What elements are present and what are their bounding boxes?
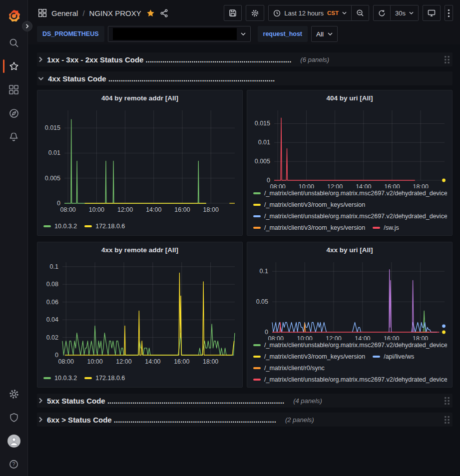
sidebar-item-help[interactable]: ? (0, 453, 28, 476)
toolbar-actions: Last 12 hours CST (224, 5, 453, 21)
dashboard-settings-button[interactable] (246, 5, 264, 21)
sidebar-item-search[interactable] (0, 31, 28, 54)
panel-header[interactable]: 4xx by remote addr [All] (42, 242, 237, 257)
legend-item[interactable]: /sw.js (373, 223, 399, 231)
chart-canvas[interactable]: 00.0050.010.01508:0010:0012:0014:0016:00… (42, 105, 238, 214)
chart-canvas[interactable]: 00.020.040.060.080.108:0010:0012:0014:00… (42, 257, 238, 366)
top-navigation: General / NGINX PROXY (28, 0, 460, 26)
request-host-select[interactable]: All (311, 26, 338, 42)
row-title: 5xx Status Code (47, 397, 107, 405)
legend-item[interactable]: 10.0.3.2 (43, 221, 77, 231)
legend-item[interactable]: /_matrix/client/v3/room_keys/version (253, 200, 365, 210)
legend-swatch (253, 379, 261, 381)
row-title: 1xx - 3xx - 2xx Status Code (47, 55, 146, 64)
breadcrumb: General / NGINX PROXY (38, 8, 168, 18)
row-title-dots: ........................................… (114, 416, 276, 424)
sidebar-item-profile[interactable] (0, 429, 28, 453)
sidebar-item-starred[interactable] (0, 54, 28, 78)
cycle-view-mode-button[interactable] (423, 5, 441, 21)
x-axis-tick-label: 12:00 (327, 183, 343, 188)
sidebar-item-dashboards[interactable] (0, 78, 28, 101)
legend-label: /_matrix/client/r0/sync (264, 365, 325, 372)
panel-header[interactable]: 404 by uri [All] (252, 90, 447, 105)
main-area: General / NGINX PROXY (28, 0, 460, 476)
save-dashboard-button[interactable] (224, 5, 242, 21)
y-axis-tick-label: 0.04 (46, 316, 58, 323)
chevron-right-icon (38, 417, 43, 423)
time-range-picker[interactable]: Last 12 hours CST (269, 5, 351, 20)
legend-label: /_matrix/client/v3/room_keys/version (264, 353, 365, 360)
drag-handle-icon[interactable] (444, 397, 451, 405)
panel-header[interactable]: 4xx by uri [All] (252, 242, 447, 257)
variable-label-ds-prometheus[interactable]: DS_PROMETHEUS (37, 26, 104, 42)
favorite-star-icon[interactable] (146, 8, 155, 18)
legend-swatch (253, 204, 261, 206)
star-icon (8, 61, 19, 72)
drag-handle-icon[interactable] (444, 416, 451, 424)
legend-swatch (84, 377, 92, 379)
sidebar-item-configuration[interactable] (0, 382, 28, 406)
panel-header[interactable]: 404 by remote addr [All] (42, 90, 237, 105)
gear-icon (251, 9, 259, 17)
row-1xx-3xx-2xx[interactable]: 1xx - 3xx - 2xx Status Code ............… (37, 52, 453, 66)
series-line (353, 323, 361, 333)
panel: 4xx by uri [All]00.050.108:0010:0012:001… (247, 242, 453, 388)
drag-handle-icon[interactable] (444, 55, 451, 64)
dashboard-canvas: 1xx - 3xx - 2xx Status Code ............… (28, 44, 460, 476)
more-options-button[interactable] (445, 5, 453, 21)
legend-item[interactable]: /_matrix/client/unstable/org.matrix.msc2… (253, 340, 447, 350)
y-axis-tick-label: 0.01 (258, 139, 270, 146)
legend-label: 10.0.3.2 (54, 223, 77, 230)
dashboards-grid-icon (8, 84, 19, 95)
x-axis-tick-label: 08:00 (270, 183, 286, 188)
legend-item[interactable]: /_matrix/client/unstable/org.matrix.msc2… (253, 188, 447, 198)
chart-canvas[interactable]: 00.0050.010.01508:0010:0012:0014:0016:00… (252, 105, 448, 188)
legend: 10.0.3.2172.18.0.6 (42, 221, 237, 231)
legend-item[interactable]: 10.0.3.2 (43, 373, 77, 383)
sidebar-item-server-admin[interactable] (0, 406, 28, 429)
y-axis-tick-label: 0.05 (256, 298, 268, 305)
breadcrumb-folder[interactable]: General (51, 9, 78, 17)
app-root: ? General / NGINX PROXY (0, 0, 460, 476)
kebab-menu-icon (448, 9, 450, 17)
search-icon (8, 37, 19, 48)
series-line (64, 119, 206, 203)
chart-canvas[interactable]: 00.050.108:0010:0012:0014:0016:0018:00 (252, 257, 448, 340)
sidebar-item-explore[interactable] (0, 101, 28, 125)
row-6xx[interactable]: 6xx > Status Code ......................… (37, 413, 453, 427)
y-axis-tick-label: 0.1 (260, 268, 268, 275)
legend-item[interactable]: /api/live/ws (373, 352, 414, 362)
legend-item[interactable]: /_matrix/client/unstable/org.matrix.msc2… (253, 211, 447, 221)
refresh-interval-picker[interactable]: 30s (390, 5, 418, 20)
legend-item[interactable]: /_matrix/client/v3/room_keys/version (253, 223, 365, 231)
share-icon[interactable] (160, 9, 168, 17)
legend-item[interactable]: 172.18.0.6 (84, 373, 125, 383)
monitor-icon (428, 9, 436, 17)
sidebar-item-alerting[interactable] (0, 125, 28, 148)
legend-item[interactable]: /_matrix/client/unstable/org.matrix.msc2… (253, 375, 447, 383)
x-axis-tick-label: 16:00 (174, 358, 189, 365)
variable-label-request-host[interactable]: request_host (258, 26, 308, 42)
datasource-select[interactable] (108, 26, 251, 42)
x-axis-tick-label: 18:00 (203, 206, 219, 213)
legend-item[interactable]: 172.18.0.6 (84, 221, 125, 231)
panel: 4xx by remote addr [All]00.020.040.060.0… (37, 242, 243, 388)
legend-item[interactable]: /_matrix/client/v3/room_keys/version (253, 352, 365, 362)
x-axis-tick-label: 18:00 (413, 335, 428, 340)
legend: /_matrix/client/unstable/org.matrix.msc2… (252, 340, 447, 383)
x-axis-tick-label: 14:00 (145, 358, 160, 365)
save-icon (229, 9, 237, 17)
x-axis-tick-label: 18:00 (413, 183, 429, 188)
refresh-button[interactable] (374, 5, 390, 20)
y-axis-tick-label: 0.08 (46, 281, 58, 288)
x-axis-tick-label: 10:00 (299, 183, 314, 188)
series-point (442, 331, 446, 334)
row-5xx[interactable]: 5xx Status Code ........................… (37, 394, 453, 408)
row-4xx[interactable]: 4xx Status Code ........................… (37, 71, 453, 85)
legend-label: /_matrix/client/unstable/org.matrix.msc2… (264, 342, 447, 349)
zoom-out-button[interactable] (351, 5, 369, 20)
chevron-down-icon (328, 32, 333, 35)
legend-item[interactable]: /_matrix/client/r0/sync (253, 363, 325, 373)
expand-sidebar-button[interactable] (22, 21, 32, 31)
time-picker-group: Last 12 hours CST (268, 5, 369, 21)
